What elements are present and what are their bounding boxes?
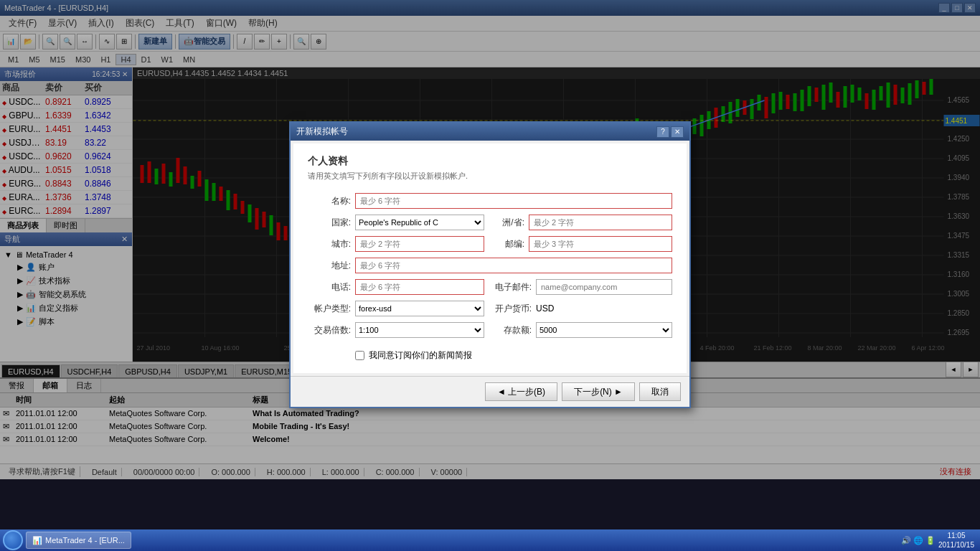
modal-help-button[interactable]: ? (656, 126, 669, 138)
newsletter-row: 我同意订阅你们的新闻简报 (308, 349, 672, 362)
currency-label: 开户货币: (489, 303, 532, 315)
address-label: 地址: (308, 260, 351, 272)
deposit-label: 存款额: (489, 324, 532, 336)
account-type-label: 帐户类型: (308, 303, 351, 315)
modal-footer: ◄ 上一步(B) 下一步(N) ► 取消 (291, 376, 689, 407)
form-row-address: 地址: (308, 258, 672, 273)
taskbar: 📊 MetaTrader 4 - [EUR... 🔊 🌐 🔋 11:05 201… (0, 529, 980, 551)
leverage-select[interactable]: 1:100 (355, 322, 484, 338)
system-tray: 🔊 🌐 🔋 11:05 2011/10/15 (901, 531, 977, 550)
form-row-name: 名称: (308, 193, 672, 209)
modal-title: 开新模拟帐号 (296, 126, 348, 138)
modal-section-title: 个人资料 (308, 155, 672, 168)
start-button[interactable] (3, 530, 23, 550)
state-label: 洲/省: (489, 217, 524, 229)
country-select[interactable]: People's Republic of C (355, 215, 484, 230)
prev-button[interactable]: ◄ 上一步(B) (485, 382, 557, 401)
state-input[interactable] (529, 215, 672, 230)
modal-subtitle: 请用英文填写下列所有字段以开设新模拟帐户. (308, 171, 672, 182)
account-type-select[interactable]: forex-usd (355, 301, 484, 316)
email-input[interactable] (536, 279, 672, 295)
next-button[interactable]: 下一步(N) ► (562, 382, 635, 401)
newsletter-checkbox[interactable] (355, 351, 364, 360)
zip-label: 邮编: (489, 238, 524, 250)
form-row-leverage: 交易倍数: 1:100 存款额: 5000 (308, 322, 672, 338)
tray-time: 11:05 2011/10/15 (938, 531, 974, 550)
modal-close-button[interactable]: ✕ (671, 126, 684, 138)
cancel-button[interactable]: 取消 (639, 382, 681, 401)
tray-icons: 🔊 🌐 🔋 (901, 536, 936, 545)
modal-body: 个人资料 请用英文填写下列所有字段以开设新模拟帐户. 名称: 国家: Peopl… (293, 143, 687, 373)
modal-overlay: 开新模拟帐号 ? ✕ 个人资料 请用英文填写下列所有字段以开设新模拟帐户. 名称… (0, 0, 980, 529)
modal-titlebar: 开新模拟帐号 ? ✕ (291, 123, 689, 141)
currency-value: USD (536, 303, 672, 314)
city-label: 城市: (308, 238, 351, 250)
leverage-label: 交易倍数: (308, 324, 351, 336)
name-label: 名称: (308, 195, 351, 207)
newsletter-label: 我同意订阅你们的新闻简报 (369, 349, 472, 362)
form-row-phone: 电话: 电子邮件: (308, 279, 672, 295)
email-label: 电子邮件: (489, 281, 532, 293)
country-label: 国家: (308, 217, 351, 229)
taskbar-app-mt4[interactable]: 📊 MetaTrader 4 - [EUR... (26, 532, 131, 549)
zip-input[interactable] (529, 236, 672, 252)
new-demo-account-modal: 开新模拟帐号 ? ✕ 个人资料 请用英文填写下列所有字段以开设新模拟帐户. 名称… (289, 121, 691, 408)
phone-label: 电话: (308, 281, 351, 293)
form-row-country: 国家: People's Republic of C 洲/省: (308, 215, 672, 230)
city-input[interactable] (355, 236, 484, 252)
name-input[interactable] (355, 193, 672, 209)
modal-title-buttons: ? ✕ (656, 126, 684, 138)
form-grid: 名称: 国家: People's Republic of C 洲/省: 城市: (308, 193, 672, 362)
taskbar-app-icon: 📊 (32, 536, 42, 545)
phone-input[interactable] (355, 279, 484, 295)
deposit-select[interactable]: 5000 (536, 322, 672, 338)
form-row-city: 城市: 邮编: (308, 236, 672, 252)
form-row-account-type: 帐户类型: forex-usd 开户货币: USD (308, 301, 672, 316)
address-input[interactable] (355, 258, 672, 273)
